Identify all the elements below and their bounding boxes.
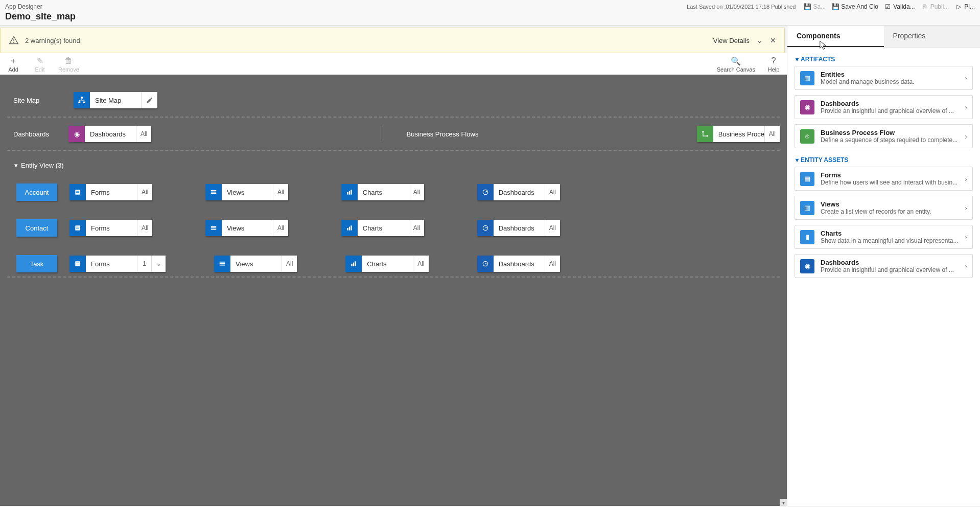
component-title: Forms	[821, 171, 959, 179]
dashboards-all-button[interactable]: All	[545, 256, 560, 272]
artifact-item[interactable]: ▦EntitiesModel and manage business data.…	[795, 66, 973, 90]
charts-all-button[interactable]: All	[409, 220, 424, 236]
svg-rect-15	[351, 190, 352, 194]
svg-rect-18	[76, 227, 79, 227]
forms-icon	[69, 256, 86, 272]
forms-all-button[interactable]: All	[137, 220, 152, 236]
entity-row: TaskForms1⌄ViewsAllChartsAllDashboardsAl…	[7, 255, 780, 272]
tab-components[interactable]: Components	[787, 26, 884, 47]
charts-all-button[interactable]: All	[413, 256, 428, 272]
charts-tile[interactable]: ChartsAll	[341, 220, 424, 236]
entity-row: ContactFormsAllViewsAllChartsAllDashboar…	[7, 219, 780, 237]
entity-assets-group-header[interactable]: ▾ ENTITY ASSETS	[795, 153, 973, 167]
page-title: Demo_site_map	[5, 11, 76, 22]
bpf-all-button[interactable]: All	[764, 126, 780, 142]
add-button[interactable]: ＋ Add	[5, 56, 21, 73]
component-icon: ▤	[800, 172, 814, 186]
save-icon: 💾	[804, 3, 811, 10]
dashboards-tile[interactable]: DashboardsAll	[477, 220, 560, 236]
forms-all-button[interactable]: All	[137, 184, 152, 200]
charts-tile[interactable]: ChartsAll	[341, 184, 424, 200]
svg-rect-20	[211, 226, 217, 227]
trash-icon: 🗑	[64, 56, 73, 65]
dashboards-tile[interactable]: DashboardsAll	[477, 256, 560, 272]
asset-item[interactable]: ▥ViewsCreate a list view of records for …	[795, 196, 973, 220]
dashboards-tile-label: Dashboards	[85, 126, 136, 142]
views-tile[interactable]: ViewsAll	[214, 256, 297, 272]
scroll-down-icon[interactable]: ▾	[780, 499, 787, 506]
svg-rect-10	[211, 190, 217, 191]
edit-button[interactable]: ✎ Edit	[32, 56, 48, 73]
views-all-button[interactable]: All	[273, 184, 288, 200]
last-saved-text: Last Saved on :01/09/2021 17:18 Publishe…	[687, 4, 796, 10]
bpf-tile[interactable]: Business Proces... All	[697, 126, 780, 142]
entity-name-tile[interactable]: Task	[16, 255, 57, 272]
validate-icon: ☑	[884, 3, 891, 10]
tab-properties[interactable]: Properties	[884, 26, 981, 47]
design-canvas[interactable]: Site Map Site Map Dashboards ◉	[0, 75, 787, 506]
sitemap-label: Site Map	[7, 97, 53, 104]
publish-button[interactable]: ⎘ Publi...	[921, 3, 949, 10]
charts-icon	[341, 220, 358, 236]
caret-down-icon: ▾	[14, 162, 18, 169]
entity-name-tile[interactable]: Account	[16, 183, 57, 201]
charts-label: Charts	[362, 256, 413, 272]
svg-rect-23	[347, 228, 348, 231]
help-button[interactable]: ? Help	[765, 56, 782, 73]
save-button[interactable]: 💾 Sa...	[804, 3, 826, 10]
asset-item[interactable]: ▮ChartsShow data in a meaningful and vis…	[795, 225, 973, 249]
sitemap-tile-label: Site Map	[90, 92, 141, 108]
dashboards-tile[interactable]: DashboardsAll	[477, 184, 560, 200]
close-warning-icon[interactable]: ✕	[770, 36, 776, 44]
chevron-down-icon[interactable]: ⌄	[151, 256, 166, 272]
svg-rect-14	[349, 191, 350, 195]
views-label: Views	[230, 256, 282, 272]
dashboards-icon	[477, 256, 494, 272]
svg-rect-13	[347, 192, 348, 195]
dashboards-all-button[interactable]: All	[545, 220, 560, 236]
artifact-item[interactable]: ◉DashboardsProvide an insightful and gra…	[795, 95, 973, 119]
entity-view-toggle[interactable]: ▾ Entity View (3)	[7, 158, 780, 172]
sitemap-edit-button[interactable]	[141, 92, 157, 108]
dashboards-all-button[interactable]: All	[136, 126, 151, 142]
component-desc: Create a list view of records for an ent…	[821, 208, 959, 215]
dashboards-all-button[interactable]: All	[545, 184, 560, 200]
svg-rect-31	[220, 263, 225, 264]
forms-tile[interactable]: FormsAll	[69, 220, 152, 236]
artifact-item[interactable]: ⎋Business Process FlowDefine a sequence …	[795, 124, 973, 148]
expand-warning-icon[interactable]: ⌄	[757, 36, 763, 44]
dashboards-tile[interactable]: ◉ Dashboards All	[68, 126, 151, 142]
search-canvas-button[interactable]: 🔍 Search Canvas	[717, 56, 755, 73]
sitemap-tile[interactable]: Site Map	[74, 92, 157, 108]
remove-button[interactable]: 🗑 Remove	[58, 56, 79, 73]
dashboards-label: Dashboards	[494, 256, 545, 272]
play-icon: ▷	[955, 3, 962, 10]
entity-name-tile[interactable]: Contact	[16, 219, 57, 237]
forms-label: Forms	[86, 220, 137, 236]
save-and-close-button[interactable]: 💾 Save And Clo...	[832, 3, 878, 10]
artifacts-group-header[interactable]: ▾ ARTIFACTS	[795, 53, 973, 66]
views-tile[interactable]: ViewsAll	[205, 220, 288, 236]
forms-tile[interactable]: FormsAll	[69, 184, 152, 200]
svg-rect-12	[211, 193, 217, 194]
views-tile[interactable]: ViewsAll	[205, 184, 288, 200]
views-all-button[interactable]: All	[273, 220, 288, 236]
side-panel: Components Properties ▾ ARTIFACTS ▦Entit…	[787, 26, 980, 506]
warning-icon	[9, 35, 19, 45]
svg-rect-34	[353, 263, 354, 266]
bpf-tile-label: Business Proces...	[713, 126, 764, 142]
forms-tile[interactable]: Forms1⌄	[69, 256, 166, 272]
views-all-button[interactable]: All	[282, 256, 297, 272]
view-details-link[interactable]: View Details	[713, 37, 750, 44]
svg-rect-9	[76, 192, 79, 193]
validate-button[interactable]: ☑ Valida...	[884, 3, 915, 10]
asset-item[interactable]: ◉DashboardsProvide an insightful and gra…	[795, 254, 973, 278]
charts-all-button[interactable]: All	[409, 184, 424, 200]
svg-rect-8	[76, 191, 79, 192]
charts-label: Charts	[358, 184, 409, 200]
charts-tile[interactable]: ChartsAll	[345, 256, 428, 272]
dashboard-icon: ◉	[68, 126, 85, 142]
asset-item[interactable]: ▤FormsDefine how users will see and inte…	[795, 167, 973, 191]
play-button[interactable]: ▷ Pl...	[955, 3, 975, 10]
svg-rect-33	[352, 264, 353, 266]
